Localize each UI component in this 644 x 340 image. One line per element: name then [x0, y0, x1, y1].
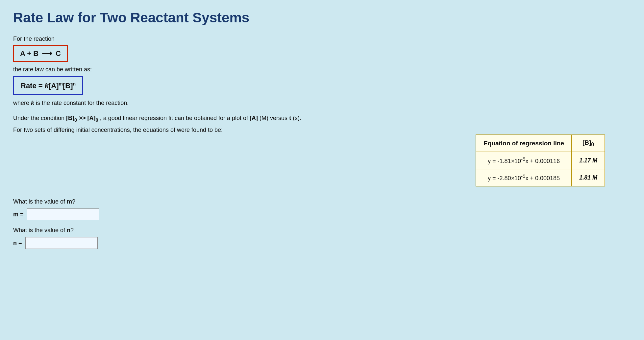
- question-m-block: What is the value of m? m =: [13, 198, 605, 220]
- table-row1-equation: y = -1.81×10-5x + 0.000116: [476, 152, 572, 169]
- table-row-2: y = -2.80×10-5x + 0.000185 1.81 M: [476, 169, 605, 186]
- questions-section: What is the value of m? m = What is the …: [13, 198, 605, 249]
- main-layout: Equation of regression line [B]0 y = -1.…: [13, 138, 605, 186]
- m-input[interactable]: [27, 208, 99, 220]
- right-section: Equation of regression line [B]0 y = -1.…: [476, 134, 605, 186]
- reactant-a: A + B: [20, 49, 38, 58]
- question-m-text: What is the value of m?: [13, 198, 605, 205]
- m-label: m =: [13, 211, 24, 218]
- reactant-c: C: [56, 49, 61, 58]
- table-row-1: y = -1.81×10-5x + 0.000116 1.17 M: [476, 152, 605, 169]
- m-input-row: m =: [13, 208, 605, 220]
- reaction-box: A + B ⟶ C: [13, 45, 68, 62]
- page-title: Rate Law for Two Reactant Systems: [13, 10, 605, 26]
- reaction-arrow: ⟶: [42, 49, 52, 58]
- for-reaction-label: For the reaction: [13, 36, 605, 42]
- rate-law-formula: Rate = k[A]m[B]n: [21, 81, 76, 90]
- question-n-text: What is the value of n?: [13, 227, 605, 234]
- question-n-block: What is the value of n? n =: [13, 227, 605, 249]
- page-content: Rate Law for Two Reactant Systems For th…: [13, 10, 605, 249]
- condition-line2: For two sets of differing initial concen…: [13, 126, 605, 134]
- condition-line1: Under the condition [B]0 >> [A]0 , a goo…: [13, 114, 605, 124]
- table-row1-b0: 1.17 M: [572, 152, 605, 169]
- table-header-equation: Equation of regression line: [476, 135, 572, 152]
- table-header-b0: [B]0: [572, 135, 605, 152]
- regression-table: Equation of regression line [B]0 y = -1.…: [476, 134, 605, 186]
- n-input[interactable]: [25, 237, 98, 249]
- table-row2-b0: 1.81 M: [572, 169, 605, 186]
- rate-law-box: Rate = k[A]m[B]n: [13, 76, 83, 95]
- n-label: n =: [13, 240, 22, 247]
- where-text: where k is the rate constant for the rea…: [13, 100, 605, 107]
- n-input-row: n =: [13, 237, 605, 249]
- rate-law-label: the rate law can be written as:: [13, 66, 605, 73]
- table-row2-equation: y = -2.80×10-5x + 0.000185: [476, 169, 572, 186]
